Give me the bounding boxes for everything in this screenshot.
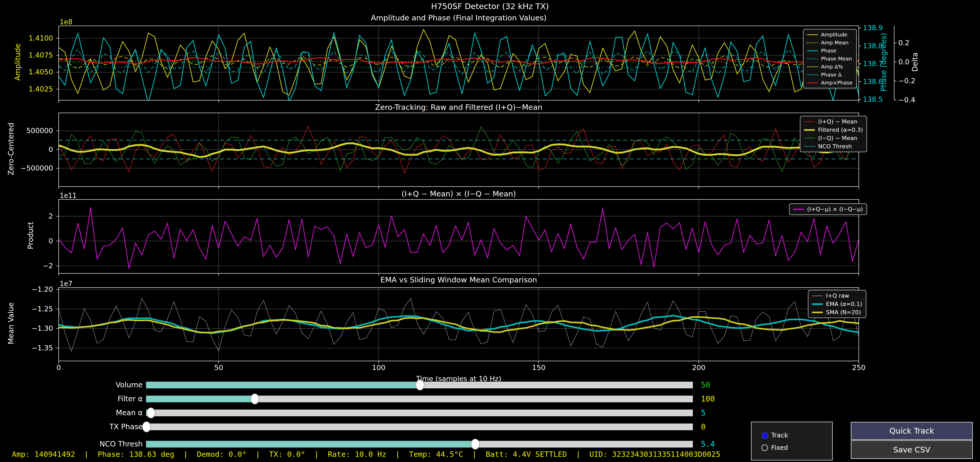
legend-line-sample bbox=[807, 51, 818, 51]
subplot-1-canvas bbox=[59, 26, 859, 100]
xtick-label: 200 bbox=[689, 364, 709, 371]
legend-line-sample bbox=[807, 67, 818, 67]
legend-label: (I−Q) − Mean bbox=[818, 135, 857, 141]
legend-line-sample bbox=[807, 34, 818, 35]
slider-label-5: NCO Thresh bbox=[41, 440, 143, 448]
legend-label: EMA (α=0.1) bbox=[826, 301, 862, 307]
ytick-label: 500000 bbox=[19, 127, 53, 134]
legend-line-sample bbox=[812, 303, 823, 305]
quick-track-button[interactable]: Quick Track bbox=[851, 422, 973, 440]
radio-fixed[interactable] bbox=[761, 445, 768, 451]
ytick-label: 0 bbox=[19, 146, 53, 153]
subplot-2-legend: (I+Q) − MeanFiltered (α=0.3)(I−Q) − Mean… bbox=[800, 116, 867, 152]
subplot-1-legend: AmplitudeAmp MeanPhasePhase MeanAmp Δ%Ph… bbox=[803, 29, 857, 88]
slider-value-3: 5 bbox=[701, 408, 706, 417]
subplot-3-title: (I+Q − Mean) × (I−Q − Mean) bbox=[59, 189, 859, 198]
legend-label: I+Q raw bbox=[826, 292, 849, 299]
legend-label: Amp Mean bbox=[821, 40, 849, 46]
slider-value-4: 0 bbox=[701, 422, 706, 431]
xtick-label: 150 bbox=[528, 364, 549, 371]
legend-label: NCO Thresh bbox=[818, 143, 852, 149]
legend-line-sample bbox=[804, 138, 815, 138]
slider-handle-3[interactable] bbox=[146, 408, 155, 418]
legend-line-sample bbox=[804, 121, 815, 122]
subplot-2-title: Zero-Tracking: Raw and Filtered (I+Q)−Me… bbox=[59, 103, 859, 112]
slider-label-1: Volume bbox=[41, 381, 143, 389]
ytick-label: −1.25 bbox=[19, 305, 53, 313]
ytick-label: 1.4050 bbox=[19, 68, 53, 75]
legend-label: Phase Δ bbox=[821, 71, 842, 78]
slider-handle-1[interactable] bbox=[415, 379, 424, 391]
subplot-4-offset-text: 1e7 bbox=[60, 280, 72, 287]
slider-track-3[interactable] bbox=[146, 410, 693, 416]
save-csv-button[interactable]: Save CSV bbox=[851, 440, 973, 459]
legend-line-sample bbox=[812, 312, 823, 313]
xtick-label: 100 bbox=[368, 364, 389, 371]
figure-title: H750SF Detector (32 kHz TX) bbox=[0, 2, 980, 11]
legend-line-sample bbox=[807, 59, 818, 59]
tracking-mode-panel: Track Fixed bbox=[751, 422, 833, 460]
subplot-3-legend: (I+Q−μ) × (I−Q−μ) bbox=[789, 203, 867, 215]
slider-handle-4[interactable] bbox=[142, 421, 151, 432]
ytick-label: −1.20 bbox=[19, 286, 53, 293]
ytick-label: −500000 bbox=[19, 165, 53, 171]
legend-line-sample bbox=[807, 83, 818, 83]
subplot-2-canvas bbox=[59, 113, 859, 187]
right-ytick-label: 138.9 bbox=[863, 24, 883, 31]
legend-label: (I+Q−μ) × (I−Q−μ) bbox=[807, 206, 863, 213]
right-ytick-label: 138.5 bbox=[863, 96, 883, 103]
subplot-4-canvas bbox=[59, 287, 859, 361]
subplot-1-offset-text: 1e8 bbox=[60, 18, 72, 26]
status-bar: Amp: 140941492 | Phase: 138.63 deg | Dem… bbox=[12, 450, 720, 459]
slider-fill bbox=[146, 382, 420, 388]
slider-fill bbox=[146, 395, 254, 402]
legend-label: Amp Δ% bbox=[821, 64, 843, 70]
ytick-label: 1.4025 bbox=[19, 86, 53, 92]
legend-line-sample bbox=[807, 42, 818, 43]
xtick-label: 250 bbox=[848, 364, 869, 371]
legend-label: Filtered (α=0.3) bbox=[818, 127, 863, 133]
legend-line-sample bbox=[812, 295, 823, 296]
ytick-label: 2 bbox=[19, 213, 53, 220]
subplot-4-title: EMA vs Sliding Window Mean Comparison bbox=[59, 275, 859, 284]
legend-line-sample bbox=[804, 129, 815, 131]
ytick-label: 1.4075 bbox=[19, 52, 53, 59]
legend-label: Phase bbox=[821, 48, 837, 54]
ytick-label: 1.4100 bbox=[19, 35, 53, 41]
legend-label: Amp×Phase bbox=[821, 79, 853, 86]
ytick-label: 0 bbox=[19, 237, 53, 244]
slider-value-1: 50 bbox=[701, 380, 710, 389]
slider-track-5[interactable] bbox=[146, 441, 693, 448]
radio-track[interactable] bbox=[761, 432, 768, 439]
right-ytick-label: −0.2 bbox=[898, 77, 915, 84]
figure-root: H750SF Detector (32 kHz TX) Time (sample… bbox=[0, 0, 980, 462]
slider-track-4[interactable] bbox=[146, 424, 693, 430]
legend-label: SMA (N=20) bbox=[826, 309, 861, 316]
subplot-4-legend: I+Q rawEMA (α=0.1)SMA (N=20) bbox=[808, 290, 866, 318]
radio-fixed-label[interactable]: Fixed bbox=[771, 444, 788, 451]
subplot-1-title: Amplitude and Phase (Final Integration V… bbox=[59, 13, 859, 22]
xtick-label: 0 bbox=[48, 364, 69, 371]
ytick-label: −1.35 bbox=[19, 345, 53, 351]
radio-track-label[interactable]: Track bbox=[771, 432, 788, 439]
subplot-3-offset-text: 1e11 bbox=[60, 192, 77, 200]
slider-track-2[interactable] bbox=[146, 395, 693, 402]
right-ytick-label: 0.0 bbox=[898, 59, 910, 65]
slider-value-2: 100 bbox=[701, 394, 715, 403]
slider-fill bbox=[146, 441, 475, 448]
legend-line-sample bbox=[807, 75, 818, 75]
slider-label-4: TX Phase bbox=[41, 422, 143, 431]
slider-track-1[interactable] bbox=[146, 382, 693, 388]
xtick-label: 50 bbox=[208, 364, 229, 371]
ytick-label: −2 bbox=[19, 262, 53, 269]
slider-handle-2[interactable] bbox=[250, 394, 259, 404]
slider-handle-5[interactable] bbox=[471, 439, 480, 449]
legend-label: Amplitude bbox=[821, 32, 848, 38]
subplot-3-canvas bbox=[59, 200, 859, 273]
legend-line-sample bbox=[804, 146, 815, 147]
legend-label: (I+Q) − Mean bbox=[818, 118, 857, 125]
right-ytick-label: 0.2 bbox=[898, 39, 910, 46]
slider-value-5: 5.4 bbox=[701, 440, 715, 449]
slider-label-2: Filter α bbox=[41, 395, 143, 403]
right-ytick-label: −0.4 bbox=[898, 96, 915, 103]
